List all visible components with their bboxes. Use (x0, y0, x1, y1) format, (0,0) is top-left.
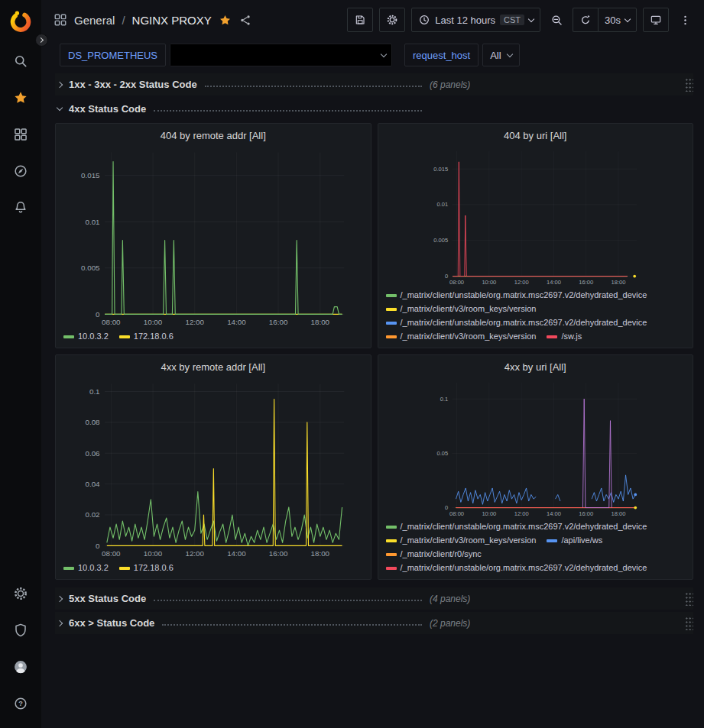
variable-label-ds-prometheus[interactable]: DS_PROMETHEUS (60, 44, 166, 66)
row-title: 6xx > Status Code (69, 617, 154, 629)
legend-label: /_matrix/client/v3/room_keys/version (401, 330, 537, 343)
legend-item[interactable]: 10.0.3.2 (63, 330, 109, 343)
sidebar-expand-toggle[interactable] (35, 34, 48, 47)
time-range-picker[interactable]: Last 12 hours CST (411, 8, 540, 32)
row-dotted-rule (154, 110, 422, 112)
svg-text:0.06: 0.06 (86, 449, 101, 458)
save-dashboard-button[interactable] (347, 8, 373, 32)
svg-text:14:00: 14:00 (546, 510, 560, 517)
sidebar-item-server-admin[interactable] (0, 612, 41, 649)
panel-body: 08:0010:0012:0014:0016:0018:0000.020.040… (56, 378, 371, 579)
shield-icon (13, 623, 28, 638)
more-options-button[interactable] (675, 8, 695, 32)
timeseries-chart[interactable]: 08:0010:0012:0014:0016:0018:0000.050.1 (384, 378, 687, 519)
legend-item[interactable]: /_matrix/client/unstable/org.matrix.msc2… (386, 561, 647, 574)
svg-text:10:00: 10:00 (144, 549, 163, 558)
breadcrumb-dashboard-title[interactable]: NGINX PROXY (132, 14, 212, 27)
timeseries-chart[interactable]: 08:0010:0012:0014:0016:0018:0000.0050.01… (384, 147, 687, 287)
sidebar-item-starred[interactable] (0, 79, 41, 116)
timeseries-chart[interactable]: 08:0010:0012:0014:0016:0018:0000.020.040… (62, 378, 365, 560)
sidebar-item-explore[interactable] (0, 153, 41, 189)
sidebar-bottom: ? (0, 575, 41, 728)
panel-title[interactable]: 404 by remote addr [All] (56, 124, 371, 147)
series-color-swatch (386, 294, 397, 297)
row-5xx[interactable]: 5xx Status Code (4 panels) (55, 587, 693, 610)
panel-title[interactable]: 4xx by remote addr [All] (56, 355, 371, 378)
refresh-interval-label: 30s (605, 15, 621, 26)
dashboard-canvas: 1xx - 3xx - 2xx Status Code (6 panels) 4… (41, 70, 704, 728)
row-4xx[interactable]: 4xx Status Code (55, 98, 693, 120)
share-icon[interactable] (239, 14, 252, 27)
legend-item[interactable]: /_matrix/client/v3/room_keys/version (386, 303, 537, 315)
legend-item[interactable]: /sw.js (547, 330, 582, 343)
sidebar-item-dashboards[interactable] (0, 116, 41, 153)
svg-text:18:00: 18:00 (611, 279, 625, 286)
svg-text:08:00: 08:00 (449, 279, 464, 286)
series-color-swatch (386, 335, 397, 338)
sidebar-item-search[interactable] (0, 43, 41, 79)
search-icon (13, 53, 28, 69)
legend-item[interactable]: 172.18.0.6 (119, 561, 174, 574)
svg-text:0.015: 0.015 (433, 166, 448, 173)
refresh-group: 30s (573, 8, 637, 32)
timeseries-chart[interactable]: 08:0010:0012:0014:0016:0018:0000.0050.01… (62, 147, 365, 328)
legend-label: /api/live/ws (561, 534, 602, 547)
panel-title[interactable]: 404 by uri [All] (378, 124, 693, 147)
svg-text:18:00: 18:00 (611, 510, 625, 517)
grafana-logo[interactable] (0, 0, 41, 43)
navbar: General / NGINX PROXY (41, 0, 704, 40)
variable-label-request-host[interactable]: request_host (404, 44, 479, 66)
clock-icon (418, 14, 430, 26)
kebab-menu-icon (679, 14, 692, 27)
legend-item[interactable]: /_matrix/client/unstable/org.matrix.msc2… (386, 316, 647, 329)
row-6xx[interactable]: 6xx > Status Code (2 panels) (55, 612, 693, 634)
breadcrumb-section[interactable]: General (74, 14, 115, 27)
svg-text:18:00: 18:00 (311, 318, 330, 326)
panel-title-text: 404 by remote addr [All] (161, 130, 266, 141)
legend-item[interactable]: /_matrix/client/unstable/org.matrix.msc2… (386, 289, 647, 302)
panel-legend: /_matrix/client/unstable/org.matrix.msc2… (384, 519, 687, 578)
legend-item[interactable]: /api/live/ws (547, 534, 602, 547)
legend-item[interactable]: /_matrix/client/v3/room_keys/version (386, 330, 537, 343)
legend-item[interactable]: 10.0.3.2 (63, 561, 109, 574)
variable-value-request-host[interactable]: All (482, 44, 519, 66)
zoom-out-button[interactable] (547, 8, 566, 32)
svg-text:0.02: 0.02 (86, 510, 100, 519)
favorite-star-icon[interactable] (219, 14, 232, 27)
row-drag-handle[interactable] (685, 78, 693, 92)
series-color-swatch (63, 567, 74, 570)
row-title: 1xx - 3xx - 2xx Status Code (69, 79, 197, 90)
sidebar-item-help[interactable]: ? (0, 685, 41, 722)
redacted-value (170, 44, 375, 66)
legend-item[interactable]: /_matrix/client/r0/sync (386, 548, 482, 561)
legend-item[interactable]: 172.18.0.6 (119, 330, 174, 343)
timezone-badge: CST (500, 15, 524, 25)
panel-grid: 404 by remote addr [All] 08:0010:0012:00… (55, 123, 693, 580)
svg-text:0.01: 0.01 (436, 201, 448, 208)
row-drag-handle[interactable] (685, 616, 693, 630)
sidebar-item-settings[interactable] (0, 575, 41, 612)
series-color-swatch (386, 567, 397, 570)
svg-text:0.01: 0.01 (86, 218, 100, 226)
svg-text:0.08: 0.08 (86, 418, 101, 426)
cycle-view-mode-button[interactable] (643, 8, 669, 32)
row-1xx-3xx-2xx[interactable]: 1xx - 3xx - 2xx Status Code (6 panels) (55, 73, 693, 95)
main-area: General / NGINX PROXY (41, 0, 704, 728)
variable-value-ds-prometheus[interactable] (170, 44, 392, 66)
row-dotted-rule (162, 624, 422, 626)
sidebar-item-alerting[interactable] (0, 189, 41, 226)
row-drag-handle[interactable] (685, 592, 693, 606)
legend-label: /_matrix/client/r0/sync (401, 548, 482, 561)
legend-item[interactable]: /_matrix/client/v3/room_keys/version (386, 534, 537, 547)
svg-text:0.1: 0.1 (89, 387, 100, 396)
sidebar-item-profile[interactable] (0, 649, 41, 685)
dashboard-settings-button[interactable] (379, 8, 405, 32)
refresh-button[interactable] (573, 8, 598, 32)
panel-title[interactable]: 4xx by uri [All] (378, 355, 693, 378)
zoom-out-icon (550, 14, 563, 27)
legend-label: /_matrix/client/unstable/org.matrix.msc2… (401, 289, 647, 302)
legend-label: /_matrix/client/unstable/org.matrix.msc2… (401, 316, 647, 329)
legend-item[interactable]: /_matrix/client/unstable/org.matrix.msc2… (386, 520, 647, 533)
series-color-swatch (386, 553, 397, 556)
refresh-interval-dropdown[interactable]: 30s (598, 8, 637, 32)
